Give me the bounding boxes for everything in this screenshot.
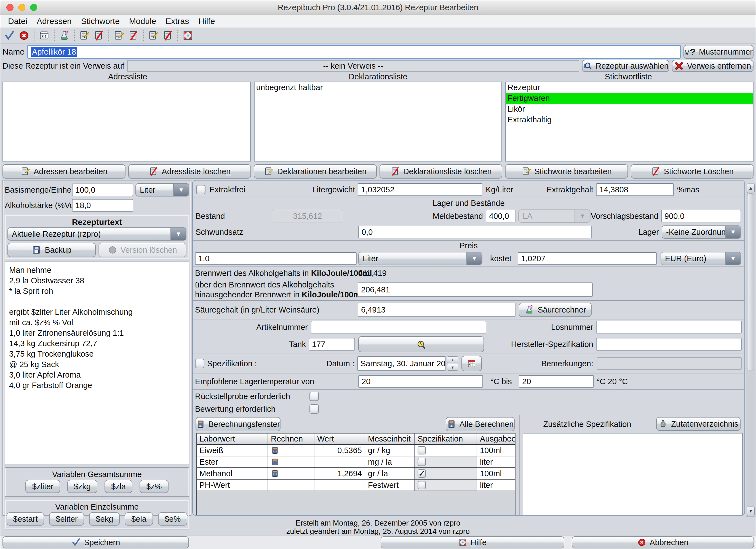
backup-button[interactable]: Backup <box>7 243 96 257</box>
spezifikation-cell-checkbox[interactable] <box>418 481 426 489</box>
table-row[interactable]: Ester mg / la liter <box>197 456 515 468</box>
scroll-down-icon[interactable]: ▼ <box>747 507 755 516</box>
temp-bis-input[interactable]: 20 <box>519 375 594 388</box>
scroll-up-icon[interactable]: ▲ <box>747 184 755 193</box>
menu-extras[interactable]: Extras <box>165 17 189 26</box>
confirm-check-icon[interactable] <box>2 29 17 42</box>
col-laborwert[interactable]: Laborwert <box>197 433 268 444</box>
stichwortliste-list[interactable]: Rezeptur Fertigwaren Likör Extrakthaltig <box>505 82 754 162</box>
datum-input[interactable]: Samstag, 30. Januar 2016 <box>357 356 446 371</box>
acid-flask-icon[interactable]: ? <box>57 29 71 42</box>
edit-document-icon[interactable] <box>146 29 161 42</box>
menu-stichworte[interactable]: Stichworte <box>81 17 120 26</box>
col-spezifikation[interactable]: Spezifikation <box>415 433 477 444</box>
berechnungsfenster-button[interactable]: Berechnungsfenster <box>196 417 281 431</box>
col-ausgabeeinheit[interactable]: Ausgabeei <box>477 433 515 444</box>
menu-datei[interactable]: Datei <box>8 17 27 26</box>
einheit-select[interactable]: Liter▼ <box>135 183 189 197</box>
extraktfrei-checkbox[interactable] <box>196 185 205 194</box>
speichern-button[interactable]: Speichern <box>2 536 189 548</box>
spezifikation-cell-checkbox[interactable] <box>418 446 426 454</box>
losnummer-input[interactable] <box>596 321 742 333</box>
edit-document-icon[interactable] <box>112 29 126 42</box>
scrollbar-thumb[interactable] <box>747 194 754 370</box>
spezifikation-checkbox[interactable] <box>195 359 204 368</box>
deklarationen-bearbeiten-button[interactable]: Deklarationen bearbeiten <box>254 164 377 179</box>
resize-window-icon[interactable] <box>181 29 195 42</box>
col-rechnen[interactable]: Rechnen <box>268 433 314 444</box>
delete-document-icon[interactable] <box>126 29 140 42</box>
spezifikation-cell-checkbox[interactable] <box>418 458 426 466</box>
calculator-icon[interactable] <box>271 446 279 454</box>
var-zkg-button[interactable]: $zkg <box>67 480 97 493</box>
zusatz-spezifikation-textarea[interactable] <box>523 433 743 516</box>
brennwert2-input[interactable]: 206,481 <box>358 282 593 297</box>
calculator-icon[interactable] <box>271 458 279 466</box>
col-messeinheit[interactable]: Messeinheit <box>365 433 415 444</box>
var-zliter-button[interactable]: $zliter <box>25 480 60 493</box>
tank-input[interactable]: 177 <box>309 338 355 350</box>
adressliste-loeschen-button[interactable]: Adressliste löschen <box>128 164 251 179</box>
schwundsatz-input[interactable]: 0,0 <box>358 226 592 239</box>
alle-berechnen-button[interactable]: Alle Berechnen <box>446 417 515 431</box>
col-wert[interactable]: Wert <box>314 433 365 444</box>
preis-input[interactable]: 1,0207 <box>518 252 657 265</box>
delete-document-icon[interactable] <box>161 29 175 42</box>
rezepturtext-textarea[interactable]: Man nehme 2,9 la Obstwasser 38 * la Spri… <box>5 262 189 464</box>
litergewicht-input[interactable]: 1,032052 <box>358 183 482 196</box>
menu-adressen[interactable]: Adressen <box>37 17 72 26</box>
list-item[interactable]: Extrakthaltig <box>506 114 753 125</box>
adressen-bearbeiten-button[interactable]: Adressen bearbeiten <box>2 164 125 179</box>
menu-hilfe[interactable]: Hilfe <box>198 17 215 26</box>
meldebestand-input[interactable]: 400,0 <box>486 210 515 223</box>
extraktgehalt-input[interactable]: 14,3808 <box>596 183 674 196</box>
close-window-icon[interactable] <box>6 4 14 11</box>
temp-von-input[interactable]: 20 <box>358 375 483 388</box>
laborwerte-table[interactable]: Laborwert Rechnen Wert Messeinheit Spezi… <box>196 433 515 516</box>
rezeptur-auswaehlen-button[interactable]: Rezeptur auswählen <box>582 60 669 72</box>
basismenge-input[interactable]: 100,0 <box>72 184 133 196</box>
spinner-up-icon[interactable]: ▲ <box>447 356 458 363</box>
var-zla-button[interactable]: $zla <box>105 480 132 493</box>
version-loeschen-button[interactable]: Version löschen <box>98 243 187 257</box>
menu-module[interactable]: Module <box>129 17 156 26</box>
musternummer-button[interactable]: M? Musternummer <box>683 45 754 59</box>
list-item[interactable]: Likör <box>506 104 753 114</box>
lager-select[interactable]: -Keine Zuordnung-▼ <box>662 226 741 239</box>
vorschlagsbestand-input[interactable]: 900,0 <box>661 210 741 223</box>
list-item[interactable]: Rezeptur <box>506 82 753 93</box>
saeurerechner-button[interactable]: ? Säurerechner <box>519 302 592 317</box>
preis-menge-input[interactable]: 1,0 <box>195 252 357 265</box>
vertical-scrollbar[interactable]: ▲ ▼ <box>746 183 755 517</box>
rueckstellprobe-checkbox[interactable] <box>309 392 319 401</box>
calculator-icon[interactable] <box>271 469 279 478</box>
name-input[interactable]: Apfellikör 18 <box>27 45 681 59</box>
datum-spinner[interactable]: ▲ ▼ <box>447 356 458 371</box>
cancel-stop-icon[interactable] <box>17 29 31 42</box>
deklarationsliste-list[interactable]: unbegrenzt haltbar <box>254 82 502 162</box>
abbrechen-button[interactable]: Abbrechen <box>572 536 754 548</box>
artikelnummer-input[interactable] <box>311 321 486 333</box>
deklarationsliste-loeschen-button[interactable]: Deklarationsliste löschen <box>380 164 503 179</box>
table-row[interactable]: Methanol 1,2694 gr / la 100ml <box>197 468 515 479</box>
verweis-entfernen-button[interactable]: Verweis entfernen <box>672 60 754 72</box>
table-row[interactable]: Eiweiß 0,5365 gr / kg 100ml <box>197 444 515 456</box>
hilfe-button[interactable]: Hilfe <box>381 536 564 548</box>
window-icon[interactable] <box>37 29 51 42</box>
edit-document-icon[interactable] <box>77 29 92 42</box>
list-item-selected[interactable]: Fertigwaren <box>506 93 753 104</box>
zutatenverzeichnis-button[interactable]: Z Zutatenverzeichnis <box>656 417 741 431</box>
alkoholstaerke-input[interactable]: 18,0 <box>72 199 133 212</box>
adressliste-list[interactable] <box>2 82 251 162</box>
spezifikation-cell-checkbox[interactable] <box>418 469 426 478</box>
preis-einheit-select[interactable]: Liter▼ <box>358 252 482 265</box>
waehrung-select[interactable]: EUR (Euro)▼ <box>661 252 741 265</box>
table-row[interactable]: PH-Wert Festwert liter <box>197 479 515 491</box>
var-zprozent-button[interactable]: $z% <box>140 480 168 493</box>
kalender-button[interactable] <box>461 356 482 371</box>
tank-suche-button[interactable] <box>358 336 484 352</box>
delete-document-icon[interactable] <box>92 29 106 42</box>
saeuregehalt-input[interactable]: 6,4913 <box>358 302 515 317</box>
minimize-window-icon[interactable] <box>18 4 25 11</box>
version-select[interactable]: Aktuelle Rezeptur (rzpro)▼ <box>7 228 186 241</box>
